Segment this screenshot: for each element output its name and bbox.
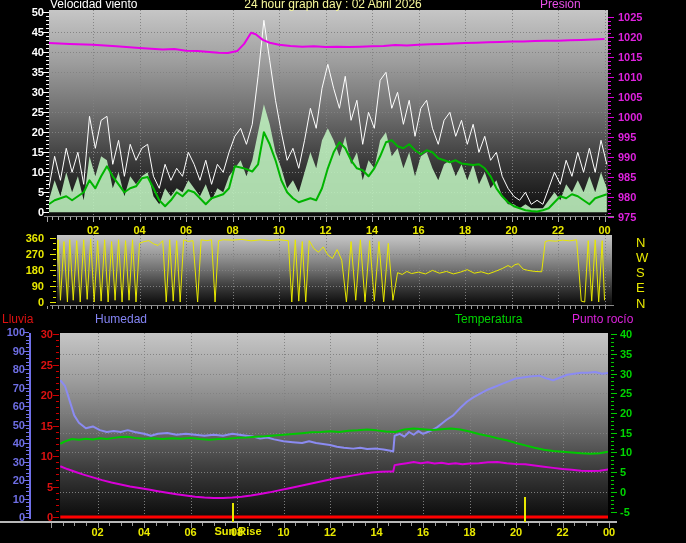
pressure-axis-tick-label: 995 bbox=[618, 131, 636, 142]
pressure-axis-tick-label: 1000 bbox=[618, 111, 642, 122]
humidity-axis-tick-label: 100 bbox=[7, 327, 25, 338]
rain-axis-tick-label: 15 bbox=[41, 420, 53, 431]
bottom-time-axis-tick-label: 12 bbox=[324, 527, 336, 538]
direction-axis-tick-label: 270 bbox=[26, 249, 44, 260]
graphs-canvas bbox=[0, 0, 686, 543]
temperature-axis-tick-label: -5 bbox=[620, 506, 630, 517]
time-axis-tick-label: 10 bbox=[273, 225, 285, 236]
humidity-axis-tick-label: 10 bbox=[13, 493, 25, 504]
humidity-axis-tick-label: 80 bbox=[13, 364, 25, 375]
rain-axis-tick-label: 5 bbox=[47, 481, 53, 492]
direction-axis-tick-label: 0 bbox=[38, 297, 44, 308]
temperature-axis-tick-label: 10 bbox=[620, 447, 632, 458]
time-axis-tick-label: 00 bbox=[598, 225, 610, 236]
compass-label-n-0: N bbox=[636, 234, 645, 249]
humidity-axis-tick-label: 60 bbox=[13, 401, 25, 412]
bottom-time-axis-tick-label: 16 bbox=[417, 527, 429, 538]
time-axis-tick-label: 22 bbox=[552, 225, 564, 236]
bottom-time-axis-tick-label: 04 bbox=[138, 527, 150, 538]
rain-axis-tick-label: 20 bbox=[41, 390, 53, 401]
bottom-time-axis-tick-label: 14 bbox=[370, 527, 382, 538]
pressure-axis-tick-label: 1025 bbox=[618, 11, 642, 22]
pressure-axis-tick-label: 980 bbox=[618, 191, 636, 202]
wind-axis-tick-label: 0 bbox=[38, 207, 44, 218]
wind-axis-tick-label: 5 bbox=[38, 187, 44, 198]
pressure-axis-tick-label: 1015 bbox=[618, 51, 642, 62]
pressure-axis-tick-label: 990 bbox=[618, 151, 636, 162]
wind-axis-tick-label: 40 bbox=[32, 47, 44, 58]
compass-label-e-3: E bbox=[636, 280, 645, 295]
wind-axis-tick-label: 25 bbox=[32, 107, 44, 118]
temperature-axis-tick-label: 15 bbox=[620, 427, 632, 438]
rain-axis-tick-label: 30 bbox=[41, 329, 53, 340]
temperature-axis-tick-label: 40 bbox=[620, 329, 632, 340]
pressure-axis-tick-label: 1005 bbox=[618, 91, 642, 102]
humidity-axis-tick-label: 30 bbox=[13, 456, 25, 467]
bottom-time-axis-tick-label: 00 bbox=[603, 527, 615, 538]
sun-rise-label: Sun Rise bbox=[214, 526, 261, 537]
direction-axis-tick-label: 360 bbox=[26, 233, 44, 244]
compass-label-n-4: N bbox=[636, 295, 645, 310]
wind-axis-tick-label: 15 bbox=[32, 147, 44, 158]
pressure-axis-tick-label: 1020 bbox=[618, 31, 642, 42]
time-axis-tick-label: 04 bbox=[133, 225, 145, 236]
time-axis-tick-label: 18 bbox=[459, 225, 471, 236]
temperature-panel-title: Temperatura bbox=[455, 313, 522, 325]
rain-axis-tick-label: 10 bbox=[41, 451, 53, 462]
humidity-axis-tick-label: 20 bbox=[13, 475, 25, 486]
humidity-axis-tick-label: 90 bbox=[13, 345, 25, 356]
bottom-time-axis-tick-label: 20 bbox=[510, 527, 522, 538]
bottom-time-axis-tick-label: 22 bbox=[556, 527, 568, 538]
rain-axis-tick-label: 25 bbox=[41, 359, 53, 370]
humidity-axis-tick-label: 70 bbox=[13, 382, 25, 393]
temperature-axis-tick-label: 0 bbox=[620, 486, 626, 497]
wind-axis-tick-label: 30 bbox=[32, 87, 44, 98]
pressure-axis-tick-label: 975 bbox=[618, 211, 636, 222]
bottom-time-axis-tick-label: 02 bbox=[91, 527, 103, 538]
wind-axis-tick-label: 45 bbox=[32, 27, 44, 38]
time-axis-tick-label: 06 bbox=[180, 225, 192, 236]
wind-axis-tick-label: 50 bbox=[32, 7, 44, 18]
time-axis-tick-label: 02 bbox=[87, 225, 99, 236]
dew-point-panel-title: Punto rocío bbox=[572, 313, 633, 325]
direction-axis-tick-label: 180 bbox=[26, 265, 44, 276]
time-axis-tick-label: 14 bbox=[366, 225, 378, 236]
temperature-axis-tick-label: 25 bbox=[620, 388, 632, 399]
rain-axis-tick-label: 0 bbox=[47, 512, 53, 523]
bottom-time-axis-tick-label: 06 bbox=[184, 527, 196, 538]
page-title: 24 hour graph day : 02 Abril 2026 bbox=[244, 0, 421, 10]
temperature-axis-tick-label: 5 bbox=[620, 467, 626, 478]
bottom-time-axis-tick-label: 18 bbox=[463, 527, 475, 538]
wind-axis-tick-label: 20 bbox=[32, 127, 44, 138]
rain-panel-title: Lluvia bbox=[2, 313, 33, 325]
direction-axis-tick-label: 90 bbox=[32, 281, 44, 292]
time-axis-tick-label: 12 bbox=[319, 225, 331, 236]
humidity-panel-title: Humedad bbox=[95, 313, 147, 325]
humidity-axis-tick-label: 50 bbox=[13, 419, 25, 430]
temperature-axis-tick-label: 35 bbox=[620, 348, 632, 359]
compass-label-s-2: S bbox=[636, 265, 645, 280]
pressure-axis-tick-label: 1010 bbox=[618, 71, 642, 82]
pressure-axis-tick-label: 985 bbox=[618, 171, 636, 182]
temperature-axis-tick-label: 20 bbox=[620, 408, 632, 419]
humidity-axis-tick-label: 0 bbox=[19, 512, 25, 523]
time-axis-tick-label: 16 bbox=[412, 225, 424, 236]
compass-label-w-1: W bbox=[636, 249, 648, 264]
temperature-axis-tick-label: 30 bbox=[620, 368, 632, 379]
pressure-panel-title: Presión bbox=[540, 0, 581, 10]
wind-axis-tick-label: 35 bbox=[32, 67, 44, 78]
weather-station-graph-screen: Velocidad viento 24 hour graph day : 02 … bbox=[0, 0, 686, 543]
wind-speed-panel-title: Velocidad viento bbox=[50, 0, 137, 10]
bottom-time-axis-tick-label: 10 bbox=[277, 527, 289, 538]
humidity-axis-tick-label: 40 bbox=[13, 438, 25, 449]
time-axis-tick-label: 08 bbox=[226, 225, 238, 236]
wind-axis-tick-label: 10 bbox=[32, 167, 44, 178]
time-axis-tick-label: 20 bbox=[505, 225, 517, 236]
